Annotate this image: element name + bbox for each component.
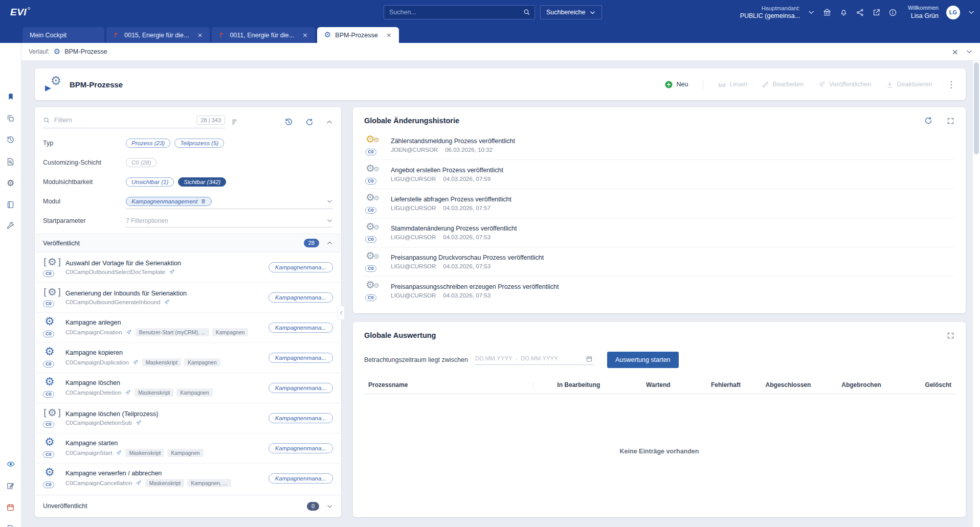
process-tag[interactable]: Benutzer-Start (myCRM), ... [136, 328, 209, 336]
filter-chip-c0[interactable]: C0 (28) [126, 158, 157, 167]
history-entry[interactable]: ⚙ ⚙ C0 Preisanpassungsschreiben erzeugen… [364, 276, 954, 305]
process-tag[interactable]: Kampagnen [176, 388, 213, 397]
expand-icon[interactable] [947, 332, 954, 339]
read-button[interactable]: Lesen [718, 80, 747, 89]
process-tag[interactable]: Maskenskript [125, 449, 164, 457]
process-list-item[interactable]: ⚙ C0 Kampagne kopieren C0CampaignDuplica… [35, 342, 341, 373]
close-icon[interactable]: × [386, 32, 392, 38]
history-entry[interactable]: ⚙ ⚙ C0 Preisanpassung Druckvorschau Proz… [364, 247, 954, 276]
collapse-filters-chevron-icon[interactable] [326, 119, 333, 126]
process-tag[interactable]: Kampagnen [212, 328, 249, 336]
filter-chip-teilprozess[interactable]: Teilprozess (5) [174, 139, 224, 148]
table-column-header[interactable]: In Bearbeitung [533, 381, 603, 388]
module-chip[interactable]: Kampagnenmana... [269, 262, 333, 272]
start-evaluation-button[interactable]: Auswertung starten [607, 352, 679, 368]
filter-chip-prozess[interactable]: Prozess (23) [126, 139, 170, 148]
more-menu-button[interactable]: ⋮ [947, 79, 955, 89]
process-tag[interactable]: Kampagnen, ... [187, 479, 231, 487]
chevron-up-icon[interactable] [326, 240, 333, 246]
tab-0011-energie[interactable]: 0011, Energie für die... × [212, 27, 315, 43]
process-list-item[interactable]: ⚙ C0 Kampagne löschen (Teilprozess) C0Ca… [35, 403, 341, 433]
search-scope-button[interactable]: Suchbereiche [540, 5, 602, 19]
process-tag[interactable]: Maskenskript [135, 388, 173, 397]
module-chip[interactable]: Kampagnenmana... [269, 443, 333, 453]
search-icon[interactable] [523, 8, 530, 16]
tenant-chevron-icon[interactable] [808, 9, 815, 16]
module-chip[interactable]: Kampagnenmana... [269, 473, 333, 484]
chevron-down-icon[interactable] [326, 198, 333, 204]
process-list-item[interactable]: ⚙ C0 Auswahl der Vorlage für die Seriena… [35, 253, 341, 282]
table-column-header[interactable]: Prozessname [364, 381, 533, 388]
windows-copy-icon[interactable] [6, 113, 16, 123]
chevron-down-icon[interactable] [966, 48, 973, 55]
close-icon[interactable]: × [302, 32, 308, 38]
info-icon[interactable] [888, 8, 897, 17]
search-document-icon[interactable] [6, 156, 16, 167]
history-clock-icon[interactable] [6, 134, 16, 145]
table-column-header[interactable]: Fehlerhaft [674, 381, 744, 388]
process-list-item[interactable]: ⚙ C0 Kampagne anlegen C0CampaignCreation… [35, 312, 341, 342]
tab-mein-cockpit[interactable]: Mein Cockpit [23, 27, 104, 43]
history-entry[interactable]: ⚙ ⚙ C0 Stammdatenänderung Prozess veröff… [364, 218, 954, 247]
process-tag[interactable]: Maskenskript [145, 479, 184, 487]
scrollbar[interactable] [972, 61, 980, 527]
chevron-down-icon[interactable] [326, 217, 333, 224]
process-tag[interactable]: Kampagnen [184, 358, 220, 366]
process-tag[interactable]: Kampagnen [167, 449, 204, 457]
calendar-icon[interactable] [6, 502, 16, 512]
table-column-header[interactable]: Gelöscht [884, 381, 954, 388]
history-entry[interactable]: ⚙ ⚙ C0 Zählerstandsmeldung Prozess veröf… [364, 131, 954, 159]
open-external-icon[interactable] [872, 8, 881, 17]
history-entry[interactable]: ⚙ ⚙ C0 Angebot erstellen Prozess veröffe… [364, 159, 954, 189]
tenant-building-icon[interactable] [822, 8, 832, 17]
refresh-icon[interactable] [305, 118, 314, 126]
user-menu-chevron-icon[interactable] [968, 9, 975, 16]
module-chip[interactable]: Kampagnenmana... [269, 323, 333, 333]
table-column-header[interactable]: Wartend [603, 381, 673, 388]
refresh-icon[interactable] [924, 117, 932, 125]
module-chip[interactable]: Kampagnenmana... [269, 383, 333, 393]
module-chip[interactable]: Kampagnenmana... [269, 292, 333, 303]
module-chip[interactable]: Kampagnenmana... [269, 413, 333, 423]
history-entry[interactable]: ⚙ ⚙ C0 Lieferstelle abfragen Prozess ver… [364, 189, 954, 218]
process-list-item[interactable]: ⚙ C0 Kampagne starten C0CampaignStart Ma… [35, 433, 341, 463]
filter-chip-sichtbar[interactable]: Sichtbar (342) [178, 177, 226, 187]
book-icon[interactable] [6, 199, 16, 210]
trash-icon[interactable] [201, 198, 206, 204]
tenant-selector[interactable]: Hauptmandant: PUBLIC (gemeinsa... [740, 5, 800, 20]
eye-star-icon[interactable] [6, 459, 16, 469]
filter-input[interactable] [54, 117, 192, 124]
process-list-item[interactable]: ⚙ C0 Kampagne verwerfen / abbrechen C0Ca… [35, 463, 341, 493]
new-button[interactable]: Neu [664, 80, 688, 89]
published-section-header[interactable]: Veröffentlicht 28 [35, 234, 341, 253]
chevron-down-icon[interactable] [326, 503, 333, 510]
bookmark-icon[interactable] [6, 91, 16, 102]
deactivate-button[interactable]: Deaktivieren [886, 81, 932, 88]
calendar-icon[interactable] [586, 355, 593, 362]
process-tag[interactable]: Maskenskript [142, 358, 181, 366]
tab-bpm-prozesse[interactable]: ⚙ BPM-Prozesse × [317, 27, 399, 43]
settings-gear-icon[interactable]: ⚙ [6, 178, 16, 188]
close-icon[interactable]: × [197, 32, 203, 38]
publish-button[interactable]: Veröffentlichen [818, 81, 871, 88]
close-icon[interactable]: × [952, 47, 959, 57]
table-column-header[interactable]: Abgebrochen [814, 381, 884, 388]
unpublished-section-header[interactable]: Unveröffentlicht 0 [35, 495, 341, 517]
share-icon[interactable] [856, 8, 864, 17]
filter-chip-kampagnenmanagement[interactable]: Kampagnenmanagement [126, 197, 212, 206]
module-chip[interactable]: Kampagnenmana... [269, 353, 333, 363]
filter-history-icon[interactable] [284, 118, 293, 126]
notifications-bell-icon[interactable] [839, 8, 848, 17]
document-gear-icon[interactable] [6, 523, 16, 527]
sort-icon[interactable] [231, 118, 239, 126]
avatar[interactable]: LG [946, 6, 960, 19]
expand-icon[interactable] [947, 117, 954, 125]
table-column-header[interactable]: Abgeschlossen [744, 381, 814, 388]
notes-pencil-icon[interactable] [6, 480, 16, 491]
process-list-item[interactable]: ⚙ C0 Kampagne löschen C0CampaignDeletion… [35, 373, 341, 403]
tab-0015-energie[interactable]: 0015, Energie für die... × [106, 27, 210, 43]
breadcrumb-item[interactable]: BPM-Prozesse [64, 48, 107, 55]
process-list-item[interactable]: ⚙ C0 Generierung der Inbounds für Serien… [35, 282, 341, 312]
global-search-input[interactable] [384, 5, 535, 19]
filter-chip-unsichtbar[interactable]: Unsichtbar (1) [126, 177, 174, 187]
